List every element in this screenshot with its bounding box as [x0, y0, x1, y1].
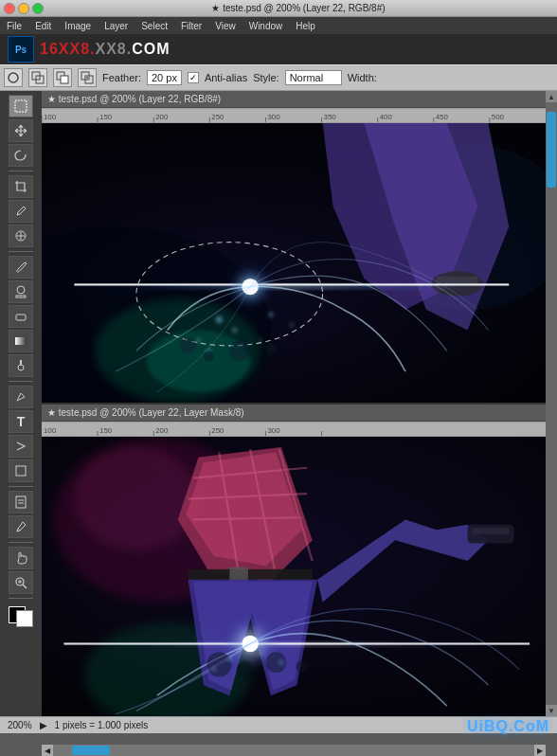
svg-point-58: [216, 316, 223, 323]
title-text: ★ teste.psd @ 200% (Layer 22, RGB/8#): [44, 3, 553, 13]
lasso-add-btn[interactable]: [28, 68, 47, 87]
tool-healing[interactable]: [9, 225, 33, 247]
svg-point-16: [18, 365, 24, 370]
menu-edit[interactable]: Edit: [32, 20, 54, 32]
svg-point-82: [74, 447, 198, 550]
tool-hand[interactable]: [9, 547, 33, 569]
menu-view[interactable]: View: [212, 20, 239, 32]
svg-text:400: 400: [380, 113, 393, 121]
svg-rect-95: [63, 642, 530, 644]
tool-move[interactable]: [9, 119, 33, 142]
bottom-panel-title: ★ teste.psd @ 200% (Layer 22, Layer Mask…: [47, 407, 244, 418]
feather-value[interactable]: 20 px: [147, 70, 182, 85]
top-panel-header: ★ teste.psd @ 200% (Layer 22, RGB/8#): [42, 91, 546, 108]
scroll-down-arrow[interactable]: ▼: [546, 705, 557, 716]
svg-point-59: [233, 328, 237, 332]
svg-text:150: 150: [99, 426, 113, 435]
tool-zoom[interactable]: [9, 571, 33, 594]
color-swatches[interactable]: [9, 606, 33, 627]
menu-file[interactable]: File: [4, 20, 25, 32]
options-bar: Feather: 20 px ✓ Anti-alias Style: Norma…: [0, 64, 557, 91]
svg-text:100: 100: [44, 113, 57, 121]
close-button[interactable]: [4, 3, 15, 14]
menu-select[interactable]: Select: [138, 20, 171, 32]
tool-lasso[interactable]: [9, 144, 33, 167]
h-scroll-track[interactable]: [53, 745, 534, 756]
style-select[interactable]: Normal: [285, 70, 342, 85]
tool-marquee[interactable]: [9, 95, 33, 117]
feather-label: Feather:: [102, 72, 141, 83]
lasso-intersect-btn[interactable]: [78, 68, 97, 87]
tool-notes[interactable]: [9, 491, 33, 513]
tool-separator-1: [9, 171, 33, 171]
scroll-left-arrow[interactable]: ◀: [42, 745, 53, 756]
svg-text:200: 200: [155, 426, 169, 435]
brand-com: COM: [132, 41, 170, 57]
tool-gradient[interactable]: [9, 330, 33, 352]
svg-point-105: [212, 668, 215, 671]
menu-window[interactable]: Window: [246, 20, 286, 32]
tool-separator-6: [9, 598, 33, 599]
antialias-checkbox[interactable]: ✓: [188, 72, 199, 83]
tool-eraser[interactable]: [9, 305, 33, 328]
scroll-thumb[interactable]: [547, 112, 556, 188]
svg-point-0: [9, 73, 18, 82]
svg-point-101: [296, 660, 308, 673]
svg-line-24: [23, 585, 27, 588]
svg-text:200: 200: [155, 113, 169, 121]
svg-point-67: [229, 340, 250, 361]
status-separator: ▶: [40, 720, 47, 730]
menu-filter[interactable]: Filter: [178, 20, 205, 32]
svg-point-60: [269, 313, 273, 316]
minimize-button[interactable]: [18, 3, 29, 14]
tool-separator-2: [9, 251, 33, 252]
svg-point-102: [227, 657, 231, 661]
tool-path-select[interactable]: [9, 435, 33, 458]
brand-domain: 16XX8.XX8.COM: [40, 41, 171, 58]
svg-rect-7: [85, 76, 89, 80]
svg-rect-90: [189, 569, 313, 580]
brand-prefix: 16XX8.: [40, 41, 95, 57]
window-controls[interactable]: [4, 3, 44, 14]
tool-crop[interactable]: [9, 175, 33, 198]
maximize-button[interactable]: [32, 3, 44, 14]
lasso-normal-btn[interactable]: [4, 68, 23, 87]
h-scroll-thumb[interactable]: [72, 746, 110, 755]
tool-pen[interactable]: [9, 386, 33, 408]
menu-image[interactable]: Image: [62, 20, 94, 32]
pixel-info: 1 pixels = 1.000 pixels: [55, 720, 149, 730]
svg-text:350: 350: [324, 113, 337, 121]
scroll-up-arrow[interactable]: ▲: [546, 91, 557, 102]
watermark: UiBQ.CoM: [467, 718, 549, 735]
tool-separator-3: [9, 381, 33, 382]
svg-text:450: 450: [436, 113, 449, 121]
lasso-subtract-btn[interactable]: [53, 68, 72, 87]
background-color[interactable]: [16, 610, 33, 627]
scrollbar-right[interactable]: ▲ ▼: [546, 91, 557, 716]
svg-rect-91: [229, 567, 248, 582]
svg-point-12: [17, 286, 25, 294]
svg-point-64: [260, 339, 261, 341]
tool-shape[interactable]: [9, 459, 33, 482]
tool-eyedropper2[interactable]: [9, 515, 33, 538]
watermark-text: UiBQ.CoM: [467, 718, 549, 734]
menu-layer[interactable]: Layer: [101, 20, 131, 32]
brand-bar: Ps 16XX8.XX8.COM: [0, 34, 557, 64]
tool-eyedropper[interactable]: [9, 200, 33, 223]
tool-brush[interactable]: [9, 256, 33, 279]
ps-logo-text: Ps: [15, 45, 27, 55]
scroll-track[interactable]: [546, 102, 557, 705]
tool-stamp[interactable]: [9, 280, 33, 303]
svg-text:250: 250: [211, 426, 225, 435]
tool-text[interactable]: T: [9, 410, 33, 433]
svg-point-98: [207, 652, 231, 676]
scroll-right-arrow[interactable]: ▶: [534, 745, 546, 756]
svg-rect-19: [16, 496, 26, 508]
svg-point-99: [237, 661, 253, 677]
canvas-area: ★ teste.psd @ 200% (Layer 22, RGB/8#) 10…: [42, 91, 546, 716]
svg-text:100: 100: [44, 426, 57, 435]
svg-text:250: 250: [211, 113, 225, 121]
tool-dodge[interactable]: [9, 354, 33, 377]
menu-help[interactable]: Help: [293, 20, 318, 32]
svg-rect-93: [473, 528, 509, 534]
